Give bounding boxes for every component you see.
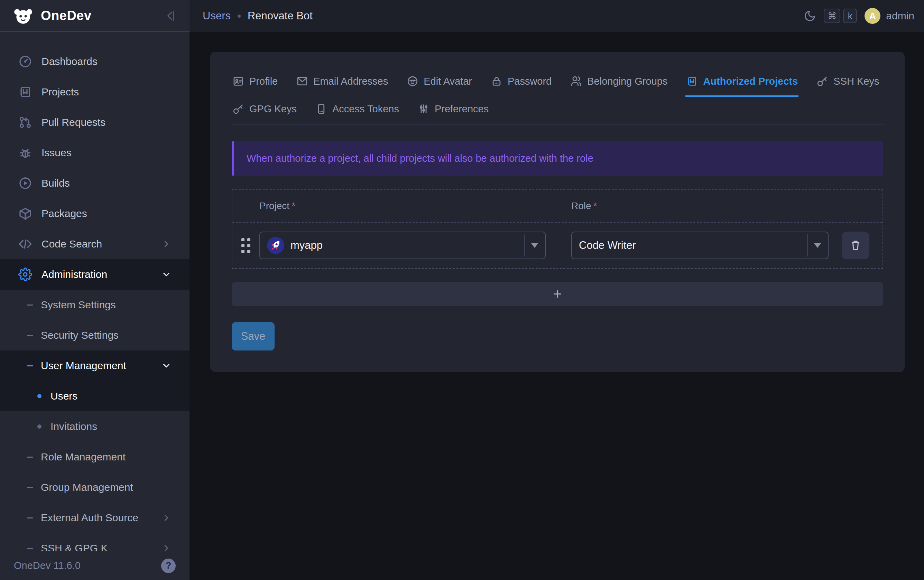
main-content: Profile Email Addresses Edit Avatar Pass… <box>190 32 924 580</box>
bug-icon <box>18 145 33 160</box>
sidebar: OneDev Dashboards Projects Pull Requests… <box>0 0 190 580</box>
book-icon <box>18 85 33 99</box>
sidebar-item-label: Administration <box>41 269 107 280</box>
sidebar-item-users[interactable]: Users <box>0 381 190 411</box>
sidebar-collapse-icon[interactable] <box>164 9 178 23</box>
sidebar-item-security-settings[interactable]: Security Settings <box>0 320 190 351</box>
role-select[interactable]: Code Writer <box>571 232 828 259</box>
tab-label: Authorized Projects <box>703 76 798 87</box>
sidebar-item-label: Pull Requests <box>41 117 106 128</box>
command-palette-shortcut[interactable]: ⌘ k <box>824 9 857 23</box>
pull-request-icon <box>18 115 33 130</box>
column-header-project: Project* <box>259 201 571 211</box>
breadcrumb-users-link[interactable]: Users <box>203 10 231 22</box>
sidebar-item-issues[interactable]: Issues <box>0 138 190 168</box>
sidebar-item-label: Dashboards <box>41 56 97 68</box>
code-icon <box>18 237 33 251</box>
dash-icon <box>27 487 33 488</box>
book-icon <box>686 75 698 87</box>
add-row-button[interactable]: + <box>232 282 883 306</box>
sidebar-item-label: User Management <box>41 360 126 372</box>
tab-authorized-projects[interactable]: Authorized Projects <box>685 69 799 97</box>
delete-row-button[interactable] <box>842 232 870 259</box>
sidebar-item-label: Packages <box>41 208 87 219</box>
sidebar-item-label: Builds <box>41 177 70 189</box>
bullet-icon <box>37 425 41 428</box>
tab-label: Password <box>508 76 551 87</box>
select-separator <box>807 234 808 257</box>
select-arrow-icon <box>531 243 538 248</box>
sidebar-item-code-search[interactable]: Code Search <box>0 229 190 259</box>
sidebar-item-packages[interactable]: Packages <box>0 198 190 229</box>
sidebar-item-invitations[interactable]: Invitations <box>0 411 190 442</box>
topbar: Users Renovate Bot ⌘ k A admin <box>190 0 924 32</box>
tab-password[interactable]: Password <box>490 69 552 97</box>
dash-icon <box>27 305 33 306</box>
users-icon <box>570 75 582 87</box>
help-icon[interactable]: ? <box>161 559 176 573</box>
save-button[interactable]: Save <box>232 322 275 351</box>
authorized-projects-table: Project* Role* <box>232 189 883 269</box>
tab-gpg-keys[interactable]: GPG Keys <box>232 97 297 124</box>
tab-label: Email Addresses <box>313 76 388 87</box>
tab-label: Access Tokens <box>332 103 399 115</box>
sidebar-item-external-auth-source[interactable]: External Auth Source <box>0 503 190 533</box>
dark-mode-toggle-moon-icon[interactable] <box>804 10 816 22</box>
tab-belonging-groups[interactable]: Belonging Groups <box>569 69 668 97</box>
sidebar-item-label: External Auth Source <box>41 512 138 524</box>
play-circle-icon <box>18 176 33 190</box>
sidebar-item-builds[interactable]: Builds <box>0 168 190 198</box>
tab-edit-avatar[interactable]: Edit Avatar <box>406 69 473 97</box>
sidebar-item-system-settings[interactable]: System Settings <box>0 290 190 320</box>
chevron-down-icon <box>161 269 172 280</box>
sidebar-item-label: Issues <box>41 147 72 159</box>
key-icon <box>817 75 828 87</box>
tab-email-addresses[interactable]: Email Addresses <box>296 69 389 97</box>
chevron-right-icon <box>161 512 172 523</box>
drag-handle[interactable] <box>241 238 250 253</box>
required-marker: * <box>593 201 597 211</box>
project-avatar-rocket-icon <box>267 237 284 254</box>
tab-access-tokens[interactable]: Access Tokens <box>315 97 400 124</box>
project-select-value: myapp <box>290 239 323 252</box>
gauge-icon <box>18 54 33 69</box>
user-menu[interactable]: A admin <box>865 8 914 24</box>
sidebar-item-administration[interactable]: Administration <box>0 259 190 290</box>
sidebar-item-projects[interactable]: Projects <box>0 77 190 107</box>
tab-ssh-keys[interactable]: SSH Keys <box>816 69 880 97</box>
chevron-down-icon <box>161 361 172 371</box>
sidebar-item-label: Security Settings <box>41 330 119 341</box>
sidebar-item-user-management[interactable]: User Management <box>0 351 190 381</box>
tab-label: SSH Keys <box>833 76 879 87</box>
tab-profile[interactable]: Profile <box>232 69 278 97</box>
app-name: OneDev <box>41 8 92 23</box>
k-key-badge: k <box>843 9 857 23</box>
project-select[interactable]: myapp <box>259 232 546 259</box>
table-row: myapp Code Writer <box>233 222 883 268</box>
tabs: Profile Email Addresses Edit Avatar Pass… <box>232 69 883 125</box>
sidebar-item-dashboards[interactable]: Dashboards <box>0 46 190 77</box>
tab-label: GPG Keys <box>249 103 297 115</box>
sidebar-item-label: Users <box>51 390 78 402</box>
sidebar-item-group-management[interactable]: Group Management <box>0 472 190 503</box>
sidebar-item-ssh-gpg-keys[interactable]: SSH & GPG K <box>0 533 190 551</box>
dash-icon <box>27 456 33 458</box>
sidebar-item-label: Role Management <box>41 451 125 463</box>
sliders-icon <box>418 103 429 115</box>
sidebar-item-role-management[interactable]: Role Management <box>0 442 190 472</box>
column-header-role: Role* <box>571 201 828 211</box>
breadcrumb-current: Renovate Bot <box>248 10 313 22</box>
sidebar-nav: Dashboards Projects Pull Requests Issues… <box>0 32 190 551</box>
chevron-right-icon <box>161 239 172 249</box>
breadcrumb-separator-dot <box>238 15 241 18</box>
dash-icon <box>27 517 33 519</box>
tabs-row-1: Profile Email Addresses Edit Avatar Pass… <box>232 69 883 97</box>
bullet-icon <box>37 394 41 398</box>
table-header-row: Project* Role* <box>233 190 883 222</box>
tab-preferences[interactable]: Preferences <box>417 97 489 124</box>
envelope-icon <box>296 75 308 87</box>
sidebar-item-pull-requests[interactable]: Pull Requests <box>0 107 190 138</box>
tab-label: Profile <box>249 76 278 87</box>
username: admin <box>886 10 914 22</box>
chevron-right-icon <box>161 543 172 551</box>
